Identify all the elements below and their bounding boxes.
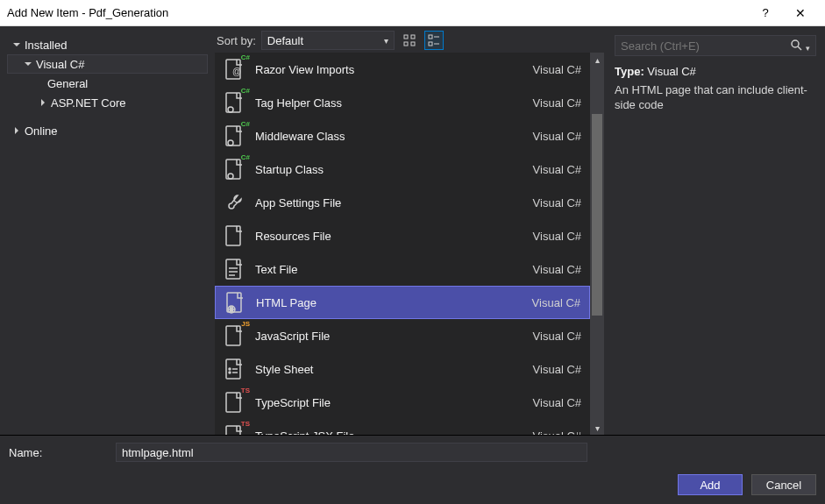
svg-rect-4 xyxy=(429,35,432,39)
template-item-lang: Visual C# xyxy=(533,163,581,176)
template-item-lang: Visual C# xyxy=(533,196,581,209)
page-globe-icon xyxy=(223,290,247,315)
template-item[interactable]: @C#Razor View ImportsVisual C# xyxy=(215,53,590,86)
svg-point-26 xyxy=(229,372,231,373)
chevron-down-icon xyxy=(11,39,23,51)
tree-online[interactable]: Online xyxy=(7,121,208,140)
scroll-down-icon[interactable]: ▾ xyxy=(590,421,604,435)
language-badge: TS xyxy=(240,387,251,394)
svg-rect-29 xyxy=(226,393,240,412)
page-icon: JS xyxy=(222,323,246,348)
svg-point-25 xyxy=(229,368,231,370)
template-item-name: App Settings File xyxy=(255,196,524,209)
template-item-name: Resources File xyxy=(255,230,524,243)
template-item[interactable]: TSTypeScript JSX FileVisual C# xyxy=(215,419,590,435)
template-item-lang: Visual C# xyxy=(533,96,581,110)
sortby-label: Sort by: xyxy=(217,34,256,47)
template-item[interactable]: C#Tag Helper ClassVisual C# xyxy=(215,86,590,119)
category-tree: Installed Visual C# General ASP.NET Core… xyxy=(0,26,215,435)
page-icon: TS xyxy=(222,423,246,435)
svg-point-13 xyxy=(228,140,233,146)
language-badge: C# xyxy=(240,54,251,61)
template-item[interactable]: HTML PageVisual C# xyxy=(215,286,590,319)
description-text: An HTML page that can include client-sid… xyxy=(615,83,816,113)
view-tiles-button[interactable] xyxy=(400,31,419,50)
search-box[interactable]: ▾ xyxy=(615,35,816,56)
template-item[interactable]: C#Middleware ClassVisual C# xyxy=(215,119,590,153)
template-item-lang: Visual C# xyxy=(533,263,581,276)
page-dots-icon xyxy=(222,357,246,381)
template-item-name: Tag Helper Class xyxy=(255,96,524,110)
scrollbar[interactable]: ▴ ▾ xyxy=(590,53,604,435)
template-item[interactable]: TSTypeScript FileVisual C# xyxy=(215,386,590,419)
name-input[interactable] xyxy=(116,443,587,462)
tree-general[interactable]: General xyxy=(7,74,208,93)
add-button[interactable]: Add xyxy=(678,474,743,495)
template-item[interactable]: Resources FileVisual C# xyxy=(215,219,590,252)
type-label: Type: xyxy=(615,65,644,78)
chevron-down-icon xyxy=(22,58,34,70)
cancel-button[interactable]: Cancel xyxy=(751,474,816,495)
view-list-button[interactable] xyxy=(424,31,444,50)
tree-visual-csharp[interactable]: Visual C# xyxy=(7,54,208,74)
svg-rect-6 xyxy=(429,42,432,46)
template-item-lang: Visual C# xyxy=(533,230,581,243)
template-item[interactable]: Style SheetVisual C# xyxy=(215,352,590,386)
wrench-icon xyxy=(222,190,246,215)
svg-text:@: @ xyxy=(232,67,241,76)
toolbar: Sort by: Default ▾ xyxy=(215,26,606,53)
template-item-name: Text File xyxy=(255,263,524,276)
name-label: Name: xyxy=(9,446,105,459)
language-badge: TS xyxy=(240,421,251,428)
chevron-down-icon: ▾ xyxy=(384,36,388,46)
scrollbar-thumb[interactable] xyxy=(592,114,602,316)
scroll-up-icon[interactable]: ▴ xyxy=(590,53,604,67)
svg-rect-0 xyxy=(404,35,408,39)
svg-point-11 xyxy=(228,107,233,112)
svg-point-15 xyxy=(228,174,233,179)
page-gear-icon: C# xyxy=(222,90,246,115)
svg-rect-30 xyxy=(226,426,240,435)
close-button[interactable]: ✕ xyxy=(783,6,818,20)
tree-aspnet-core[interactable]: ASP.NET Core xyxy=(7,93,208,112)
search-icon[interactable]: ▾ xyxy=(790,39,810,53)
svg-rect-23 xyxy=(226,326,240,345)
type-value: Visual C# xyxy=(647,65,695,78)
page-icon: TS xyxy=(222,390,246,415)
template-item-name: Razor View Imports xyxy=(255,63,524,76)
page-at-icon: @C# xyxy=(222,57,246,82)
template-item-lang: Visual C# xyxy=(532,296,580,309)
template-item-lang: Visual C# xyxy=(533,396,581,409)
template-item-name: HTML Page xyxy=(256,296,523,309)
template-item-name: Middleware Class xyxy=(255,130,524,143)
window-title: Add New Item - Pdf_Generation xyxy=(7,6,748,19)
page-lines-icon xyxy=(222,257,246,281)
titlebar: Add New Item - Pdf_Generation ? ✕ xyxy=(0,0,825,26)
template-item[interactable]: Text FileVisual C# xyxy=(215,252,590,286)
template-item[interactable]: JSJavaScript FileVisual C# xyxy=(215,319,590,352)
detail-panel: Type: Visual C# An HTML page that can in… xyxy=(615,65,816,113)
template-item[interactable]: App Settings FileVisual C# xyxy=(215,186,590,219)
template-item-lang: Visual C# xyxy=(533,130,581,143)
right-panel: ▾ Type: Visual C# An HTML page that can … xyxy=(606,26,825,435)
tree-installed[interactable]: Installed xyxy=(7,35,208,54)
help-button[interactable]: ? xyxy=(748,6,783,19)
language-badge: JS xyxy=(240,321,251,328)
template-item-lang: Visual C# xyxy=(533,330,581,343)
svg-point-31 xyxy=(792,40,799,47)
template-item[interactable]: C#Startup ClassVisual C# xyxy=(215,153,590,186)
language-badge: C# xyxy=(240,88,251,95)
sortby-select[interactable]: Default ▾ xyxy=(261,31,395,50)
language-badge: C# xyxy=(240,121,251,128)
template-item-name: Startup Class xyxy=(255,163,524,176)
search-input[interactable] xyxy=(621,39,787,53)
svg-rect-16 xyxy=(226,226,240,245)
template-item-lang: Visual C# xyxy=(533,363,581,376)
chevron-right-icon xyxy=(11,124,23,137)
page-gear-icon: C# xyxy=(222,124,246,148)
template-item-lang: Visual C# xyxy=(533,63,581,76)
template-item-name: JavaScript File xyxy=(255,330,524,343)
page-icon xyxy=(222,224,246,248)
template-item-name: TypeScript File xyxy=(255,396,524,409)
chevron-right-icon xyxy=(37,96,49,109)
